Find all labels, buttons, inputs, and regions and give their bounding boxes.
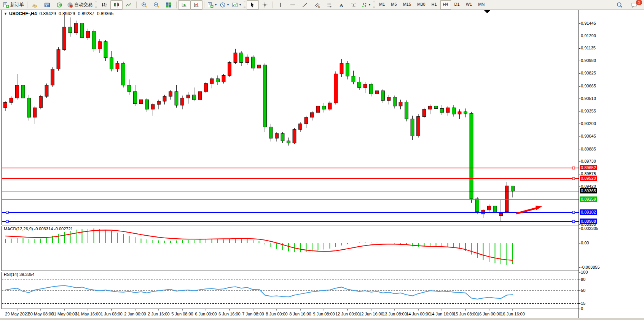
price-marker-label: 0.89520 [580,176,597,181]
search-button[interactable] [614,0,626,10]
horizontal-line-button[interactable] [287,0,299,10]
vline-icon [277,2,284,8]
label-icon: T [351,2,357,8]
bar-chart-mode-button[interactable] [98,0,110,10]
autotrade-icon [67,2,73,8]
tile-windows-button[interactable] [163,0,175,10]
toolbar-buttons: 新订单自动交易▾▾▾EFAT▾ [2,0,372,10]
price-axis-label: 0.91445 [581,21,596,25]
signal-icon [56,2,62,8]
fibonacci-button[interactable]: F [323,0,335,10]
chart-title: ▼ USDCHF-,H4 0.89429 0.89429 0.89287 0.8… [4,11,113,16]
price-axis-label: 0.90825 [581,71,596,75]
toolbar-separator [136,2,137,8]
crosshair-button[interactable] [259,0,271,10]
chevron-down-icon[interactable]: ▾ [227,3,229,6]
line-chart-mode-button[interactable] [123,0,135,10]
main-toolbar: 新订单自动交易▾▾▾EFAT▾ M1M5M15M30H1H4D1W1MN 1 [0,0,644,10]
timeframe-m30-button[interactable]: M30 [414,0,428,10]
trendline-button[interactable] [299,0,311,10]
price-axis-label: 0.90200 [581,121,596,126]
arrow-objects-button[interactable]: ▾ [360,0,372,10]
rsi-axis-label: 80 [581,277,585,282]
toolbar-separator [273,2,273,8]
text-button[interactable]: A [335,0,348,10]
timeframe-d1-button[interactable]: D1 [452,0,462,10]
price-axis-label: 0.90665 [581,84,596,88]
timeframe-w1-button[interactable]: W1 [463,0,475,10]
chevron-down-icon[interactable]: ▾ [369,3,370,6]
new-order-icon [3,2,9,8]
text-icon: A [338,2,344,8]
new-order-button[interactable]: 新订单 [2,0,26,10]
button-label: 新订单 [10,2,24,8]
timeframe-h4-button[interactable]: H4 [440,0,451,10]
toolbar-separator [176,2,177,8]
notifications-button[interactable]: 1 [628,0,640,10]
new-order-icon [207,2,214,8]
auto-trading-button[interactable]: 自动交易 [65,0,94,10]
text-label-button[interactable]: T [348,0,360,10]
linechart-icon [126,2,132,8]
price-marker-label: 0.89365 [580,188,597,193]
rsi-axis-label: 50 [581,288,585,293]
arrows-icon [361,2,367,8]
auto-scroll-button[interactable] [178,0,190,10]
market-gold-button[interactable] [29,0,41,10]
meta-editor-button[interactable] [41,0,53,10]
chevron-down-icon[interactable]: ▾ [239,3,241,6]
macd-axis-label: 0.002305 [581,226,598,231]
crosshair-icon [262,2,268,8]
chart-shift-button[interactable] [190,0,202,10]
bars-icon [101,2,107,8]
cursor-button[interactable] [247,0,259,10]
gold-icon [32,2,38,8]
macd-axis-label: 0.00 [581,241,589,245]
templates-button[interactable]: ▾ [230,0,242,10]
chart-window[interactable] [0,10,644,320]
editor-icon [44,2,50,8]
timeframe-m15-button[interactable]: M15 [400,0,414,10]
rsi-axis-label: 15 [581,301,585,306]
toolbar-right: 1 [614,0,642,10]
zoom-in-button[interactable] [138,0,150,10]
zoom-in-icon [141,2,147,8]
trendline-icon [302,2,308,8]
price-open: 0.89429 [40,11,56,16]
autoscroll-icon [181,2,187,8]
candlestick-mode-button[interactable] [110,0,123,10]
equidistant-channel-button[interactable]: E [311,0,323,10]
hline-icon [290,2,296,8]
vertical-line-button[interactable] [274,0,287,10]
price-close: 0.89365 [97,11,113,16]
indicators-list-button[interactable]: ▾ [206,0,218,10]
svg-text:E: E [318,5,320,8]
price-marker-label: 0.89259 [580,196,597,202]
price-axis-label: 0.90510 [581,96,596,101]
timeframe-m1-button[interactable]: M1 [376,0,387,10]
time-axis-label: 16 Jun 16:00 [497,312,529,316]
svg-text:A: A [340,2,343,8]
zoom-out-icon [153,2,159,8]
timeframe-m5-button[interactable]: M5 [388,0,399,10]
price-axis-label: 0.91290 [581,33,596,38]
price-axis-label: 0.91135 [581,46,596,50]
price-marker-label: 0.89652 [580,165,597,170]
rsi-label: RSI(14) 39.3354 [4,272,35,277]
timeframe-mn-button[interactable]: MN [475,0,487,10]
template-icon [232,2,238,8]
chart-symbol-period: USDCHF-,H4 [9,11,37,16]
rsi-axis-label: 0 [581,306,583,311]
timeframe-h1-button[interactable]: H1 [429,0,439,10]
collapse-chart-icon[interactable]: ▼ [4,12,7,16]
periods-button[interactable]: ▾ [218,0,230,10]
chartshift-icon [193,2,199,8]
rsi-axis-label: 100 [581,270,588,274]
signals-button[interactable] [53,0,65,10]
zoom-out-button[interactable] [150,0,163,10]
toolbar-separator [204,2,204,8]
search-icon [617,2,623,8]
chevron-down-icon[interactable]: ▾ [215,3,217,6]
price-axis-label: 0.90045 [581,134,596,138]
notification-badge: 1 [636,0,642,5]
